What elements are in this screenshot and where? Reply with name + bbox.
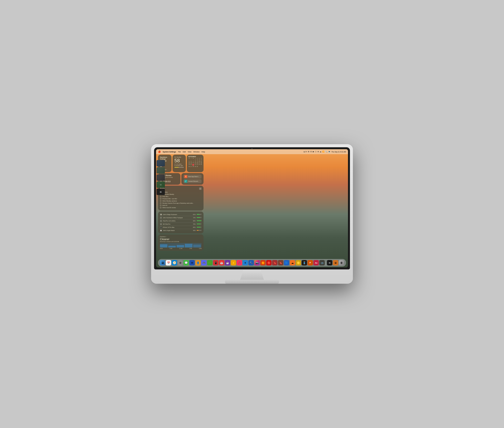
energy-bar-5 <box>193 245 201 247</box>
dock-cloudflare[interactable]: ☁ <box>290 260 295 265</box>
reminder-item-7[interactable]: Write macOS review <box>160 207 202 209</box>
m2ipad-icon: ▭ <box>160 223 162 225</box>
energy-bar-4 <box>185 244 192 247</box>
energy-chart <box>160 243 202 247</box>
thumb-ia[interactable]: iA <box>157 189 165 195</box>
battery-trackpad-pct: 72% <box>193 217 196 218</box>
battery-keyboard-bar <box>197 214 202 215</box>
battery-watch: ⌚ John's Apple Watch 40% <box>160 229 202 232</box>
dock-icon5[interactable]: 🟦 <box>284 260 289 265</box>
battery-ipad-pro: ▭ iPad Pro 12.9 (2021) 99% <box>160 219 202 223</box>
dock-safari[interactable]: 🧭 <box>172 260 177 265</box>
dock-threads[interactable]: 🧵 <box>302 260 307 265</box>
calendar-widget: SEPTEMBER MTWTFSS 1234 567891011 1213141… <box>187 155 204 172</box>
battery-trackpad-bar <box>197 217 202 218</box>
dock-iawriter[interactable]: iA <box>327 260 332 265</box>
dock: 🖥 📅 🧭 ⚙ 💬 ✉ 👤 🎮 🌿 📱 📆 ☕ ⚡ 🎵 ✈ 🔨 📷 🟠 🔴 <box>158 259 346 266</box>
imac-stand <box>154 269 350 284</box>
shortcut-save[interactable]: ⬆ Save App Store I... <box>183 175 202 179</box>
view-menu[interactable]: View <box>188 151 191 153</box>
battery-trackpad-name: John Voorhees's White Trackpad <box>163 217 192 218</box>
battery-ipad-name: iPad Pro 12.9 (2021) <box>163 220 192 222</box>
calendar-grid: MTWTFSS 1234 567891011 12131415161718 19… <box>188 158 202 167</box>
shortcut-save-label: Save App Store I... <box>188 176 200 177</box>
dock-icon4[interactable]: 🔖 <box>278 260 284 265</box>
file-menu[interactable]: File <box>178 151 181 153</box>
apple-menu[interactable]: 🍎 <box>158 150 161 153</box>
battery-m2ipad-pct: 78% <box>193 223 196 225</box>
dock-discord[interactable]: 🎮 <box>201 260 207 265</box>
thumb-2[interactable] <box>157 167 165 174</box>
thumb-1[interactable] <box>157 160 165 166</box>
menubar-datetime: Thu Sep 21 6:31 AM <box>331 151 346 153</box>
dock-icon1[interactable]: 🟠 <box>260 260 266 265</box>
dock-icon3[interactable]: 🔖 <box>272 260 278 265</box>
air-bar <box>174 167 184 168</box>
dock-pockity[interactable]: 📱 <box>213 260 219 265</box>
stand-neck <box>237 270 267 280</box>
dock-messages[interactable]: 💬 <box>184 260 189 265</box>
dock-reeder[interactable]: 🌿 <box>207 260 213 265</box>
energy-widget: Davidson ↑ Cleaner Electricity is cleane… <box>158 234 204 251</box>
energy-time-labels: NOW6 AM11 AM2 PM5 PM <box>160 248 202 249</box>
battery-iphone-pct: 80% <box>193 227 196 228</box>
menubar-temp: 61°F <box>303 151 307 153</box>
dock-calendar[interactable]: 📅 <box>166 260 171 265</box>
edit-menu[interactable]: Edit <box>183 151 186 153</box>
ipad-icon: ▭ <box>160 220 162 222</box>
sidebar-thumbnails: M iA <box>157 155 166 195</box>
dock-p-icon[interactable]: P <box>308 260 313 265</box>
dock-instagram[interactable]: 📷 <box>254 260 260 265</box>
calendar-month: SEPTEMBER <box>188 156 202 157</box>
dock-action[interactable]: 📹 <box>319 260 325 265</box>
reminder-item-2[interactable]: Post Mu+ <box>160 196 202 198</box>
air-number: 58 <box>174 158 184 163</box>
battery-keyboard-pct: 61% <box>193 214 196 215</box>
dock-testflight[interactable]: ✈ <box>243 260 248 265</box>
dock-fantastical[interactable]: 📆 <box>219 260 224 265</box>
shortcuts-widget: ⬆ Save App Store I... 🔗 Convert Discord.… <box>181 173 204 185</box>
dock-trash[interactable]: 🗑 <box>339 260 344 265</box>
desktop[interactable]: 🍎 System Settings File Edit View Window … <box>156 149 348 267</box>
reminders-list: Assemble Weekly Post Mu+ Produce MU+ and… <box>160 193 202 209</box>
dock-shortcuts[interactable]: ⚡ <box>231 260 236 265</box>
shortcut-convert[interactable]: 🔗 Convert Discord... <box>183 179 202 183</box>
energy-title: Cleaner <box>160 238 202 241</box>
dock-music[interactable]: 🎵 <box>237 260 242 265</box>
window-menu[interactable]: Window <box>193 151 200 153</box>
dock-separator <box>326 262 326 265</box>
air-bar-fill <box>174 167 179 168</box>
dock-mail[interactable]: ✉ <box>189 260 195 265</box>
dock-fontfile[interactable]: Aa <box>314 260 319 265</box>
thumb-4[interactable]: M <box>157 181 165 188</box>
air-label: Air Quality <box>174 156 184 158</box>
air-quality-widget: Air Quality 58 1.4 mi away 2 minutes ago <box>173 155 186 172</box>
dock-screens[interactable]: 🖥 <box>333 260 338 265</box>
reminders-add-btn[interactable]: + <box>199 187 202 190</box>
reminder-item-1[interactable]: Assemble Weekly <box>160 193 202 196</box>
reminders-header: 10 Work Today + <box>160 187 202 193</box>
reminder-item-4[interactable]: Write Weekly sections <box>160 200 202 202</box>
dock-xcode[interactable]: 🔨 <box>249 260 254 265</box>
energy-subtitle: Electricity is cleaner until 10:00 AM. <box>160 241 202 242</box>
reminder-item-3[interactable]: Produce MU+ and MU <box>160 198 202 200</box>
dock-taskheat[interactable]: 🟡 <box>296 260 301 265</box>
help-menu[interactable]: Help <box>202 151 205 153</box>
air-ago: 2 minutes ago <box>174 165 184 166</box>
stand-base <box>225 280 279 284</box>
dock-amp[interactable]: ☕ <box>225 260 230 265</box>
watch-icon: ⌚ <box>160 230 162 231</box>
reminder-item-6[interactable]: Edit AS <box>160 204 202 207</box>
app-menu-item[interactable]: System Settings <box>163 151 176 153</box>
battery-iphone-name: iPhone 14 Pro Max <box>163 227 192 228</box>
battery-ipad-pct: 99% <box>193 220 196 222</box>
dock-sysprefs[interactable]: ⚙ <box>178 260 183 265</box>
dock-contacts[interactable]: 👤 <box>195 260 201 265</box>
battery-watch-pct: 40% <box>193 230 196 231</box>
dock-finder[interactable]: 🖥 <box>160 260 165 265</box>
energy-bar-2 <box>168 246 176 247</box>
thumb-3[interactable] <box>157 174 165 181</box>
battery-widget: ⌨ John's Magic Keyboard 61% □ John Voorh… <box>158 212 204 233</box>
reminder-item-5[interactable]: Review Games Post tag in Raindrop and wr… <box>160 202 202 204</box>
dock-icon2[interactable]: 🔴 <box>266 260 272 265</box>
